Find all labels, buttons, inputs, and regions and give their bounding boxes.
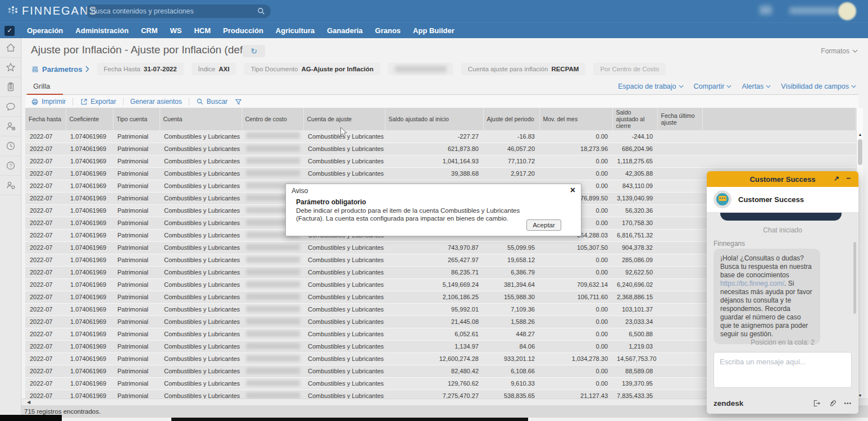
scroll-thumb[interactable] [858, 139, 862, 165]
table-row[interactable]: 2022-071.074061969PatrimonialCombustible… [25, 155, 856, 167]
scroll-up-arrow[interactable]: ▲ [857, 132, 864, 136]
chat-scrollbar-thumb[interactable] [853, 242, 856, 314]
menu-ws[interactable]: WS [170, 26, 182, 35]
menu-administracion[interactable]: Administración [75, 26, 129, 35]
clock-icon [5, 140, 16, 152]
search-input[interactable] [91, 7, 257, 15]
global-search[interactable] [85, 4, 271, 18]
param-chip-cuenta-ajuste[interactable]: Cuenta ajuste para inflación RECPAM [461, 63, 586, 75]
help-icon: ? [5, 160, 16, 171]
cell-saldo-inicio: 21,445.08 [385, 315, 483, 328]
link-alertas[interactable]: Alertas [742, 83, 771, 90]
cell-tipo-cuenta: Patrimonial [113, 340, 160, 353]
minimize-icon[interactable]: – [846, 173, 851, 182]
cell-fecha-ultimo-ajuste [657, 303, 702, 315]
cell-fecha-hasta: 2022-07 [25, 192, 66, 204]
col-mov-del-mes[interactable]: Mov. del mes [539, 108, 612, 130]
finnegans-logo[interactable]: FINNEGANS [8, 4, 98, 17]
printer-icon [31, 98, 39, 106]
user-feedback-icon [5, 180, 16, 191]
sidebar-item-feedback[interactable] [0, 176, 21, 195]
attachment-icon[interactable] [828, 399, 837, 408]
table-row[interactable]: 2022-071.074061969PatrimonialCombustible… [25, 130, 856, 143]
cell-cuenta: Combustibles y Lubricantes (Factura [160, 303, 242, 315]
menu-hcm[interactable]: HCM [194, 26, 211, 35]
cell-saldo-inicio: 1,041,164.93 [385, 155, 483, 167]
cell-tipo-cuenta: Patrimonial [113, 303, 160, 315]
cell-cuenta: Combustibles y Lubricantes (Factura [160, 266, 242, 278]
search-icon[interactable] [257, 7, 265, 15]
tab-grilla[interactable]: Grilla [33, 82, 50, 90]
sidebar-item-help[interactable]: ? [0, 156, 21, 176]
cell-cuenta: Combustibles y Lubricantes (Factura [160, 254, 242, 266]
param-chip-redacted[interactable] [388, 63, 453, 75]
cell-mov-mes: 0.00 [539, 315, 612, 328]
chip-value: AXI [219, 66, 229, 72]
menu-produccion[interactable]: Producción [223, 26, 263, 35]
cell-coeficiente: 1.074061969 [66, 291, 113, 303]
filter-button[interactable] [234, 98, 242, 106]
chat-header[interactable]: Customer Success ↗ – [707, 171, 858, 187]
cell-cuenta: Combustibles y Lubricantes (Factura [160, 192, 242, 204]
scroll-left-arrow[interactable]: ◀ [27, 400, 30, 405]
cell-fecha-ultimo-ajuste [657, 130, 702, 143]
end-chat-icon[interactable] [812, 399, 821, 408]
sidebar-item-home[interactable] [0, 38, 21, 58]
sidebar-item-recent[interactable] [0, 136, 21, 156]
checkbox-menu-icon[interactable]: ✓ [4, 26, 15, 36]
col-centro-de-costo[interactable]: Centro de costo [242, 108, 303, 130]
link-compartir[interactable]: Compartir [694, 83, 732, 90]
cell-mov-mes: 0.00 [539, 303, 612, 315]
sidebar-item-add-contact[interactable] [0, 117, 21, 136]
cell-saldo-cierre: 6,240,696.02 [612, 278, 657, 291]
link-visibilidad-de-campos[interactable]: Visibilidad de campos [781, 83, 856, 90]
col-tipo-cuenta[interactable]: Tipo cuenta [113, 108, 160, 130]
cell-cuenta: Combustibles y Lubricantes (Factura [160, 390, 242, 399]
chat-footer-icons: ••• [812, 399, 852, 408]
print-button[interactable]: Imprimir [31, 98, 66, 106]
popout-icon[interactable]: ↗ [834, 175, 839, 182]
chat-message-input[interactable] [714, 352, 852, 388]
knowledge-base-link[interactable]: https://bc.finneg.com/ [720, 280, 784, 287]
cell-mov-mes: 105,307.50 [539, 241, 612, 254]
table-row[interactable]: 2022-071.074061969PatrimonialCombustible… [25, 143, 856, 155]
parameters-toggle[interactable]: Parámetros [31, 65, 89, 74]
formats-dropdown[interactable]: Formatos [821, 47, 858, 55]
sidebar-item-messages[interactable] [0, 97, 21, 117]
cell-fecha-ultimo-ajuste [657, 204, 702, 217]
col-saldo-ajustado-cierre[interactable]: Saldo ajustado al cierre [612, 108, 657, 130]
more-options-icon[interactable]: ••• [844, 400, 852, 406]
menu-crm[interactable]: CRM [141, 26, 158, 35]
redacted-centro-de-costo [246, 343, 300, 349]
generate-entries-button[interactable]: Generar asientos [130, 98, 182, 106]
refresh-button[interactable]: ↻ [243, 45, 265, 57]
menu-agricultura[interactable]: Agricultura [276, 26, 315, 35]
menu-granos[interactable]: Granos [375, 26, 401, 35]
param-chip-fecha-hasta[interactable]: Fecha Hasta 31-07-2022 [97, 63, 184, 75]
grid-search-button[interactable]: Buscar [196, 98, 228, 106]
col-fecha-ultimo-ajuste[interactable]: Fecha último ajuste [657, 108, 702, 130]
menu-ganaderia[interactable]: Ganaderia [327, 26, 363, 35]
menu-operacion[interactable]: Operación [27, 26, 63, 35]
user-avatar[interactable] [838, 2, 856, 20]
param-chip-tipo-documento[interactable]: Tipo Documento AG-Ajuste por Inflación [244, 63, 380, 75]
cell-coeficiente: 1.074061969 [66, 303, 113, 315]
sidebar-item-favorites[interactable] [0, 58, 21, 77]
col-coeficiente[interactable]: Coeficiente [66, 108, 113, 130]
sidebar-item-tasks[interactable] [0, 77, 21, 97]
menu-app-builder[interactable]: App Builder [413, 26, 455, 35]
cell-saldo-cierre: 1,219.03 [612, 340, 657, 353]
cell-ajuste-periodo: 1,588.26 [483, 315, 539, 328]
param-chip-por-centro-costo[interactable]: Por Centro de Costo [593, 63, 666, 75]
close-icon[interactable]: × [570, 185, 575, 195]
col-saldo-ajustado-inicio[interactable]: Saldo ajustado al inicio [385, 108, 483, 130]
redacted-centro-de-costo [246, 380, 300, 386]
param-chip-indice[interactable]: Índice AXI [192, 63, 237, 75]
col-ajuste-periodo[interactable]: Ajuste del periodo [483, 108, 539, 130]
link-espacio-de-trabajo[interactable]: Espacio de trabajo [618, 83, 684, 90]
export-button[interactable]: Exportar [80, 98, 116, 106]
col-fecha-hasta[interactable]: Fecha hasta [25, 108, 66, 130]
col-cuenta[interactable]: Cuenta [160, 108, 242, 130]
cell-saldo-inicio: 39,388.68 [385, 167, 483, 180]
aceptar-button[interactable]: Aceptar [526, 219, 561, 231]
